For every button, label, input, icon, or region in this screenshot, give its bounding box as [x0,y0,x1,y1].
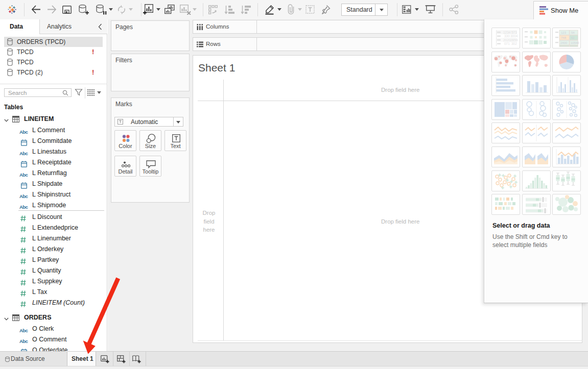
svg-text:071: 071 [504,42,510,45]
svg-text:573: 573 [511,31,517,34]
svg-text:54: 54 [571,31,575,34]
svg-text:10540: 10540 [571,41,579,44]
svg-text:2400: 2400 [560,41,568,44]
svg-text:2859: 2859 [510,38,518,42]
svg-text:748: 748 [561,36,567,39]
svg-text:123: 123 [561,31,567,34]
svg-text:3004: 3004 [510,34,518,38]
svg-text:1234: 1234 [503,31,511,34]
svg-text:62: 62 [571,36,575,39]
svg-text:330: 330 [504,34,510,38]
svg-text:302: 302 [511,42,517,45]
svg-text:2020: 2020 [503,38,511,42]
